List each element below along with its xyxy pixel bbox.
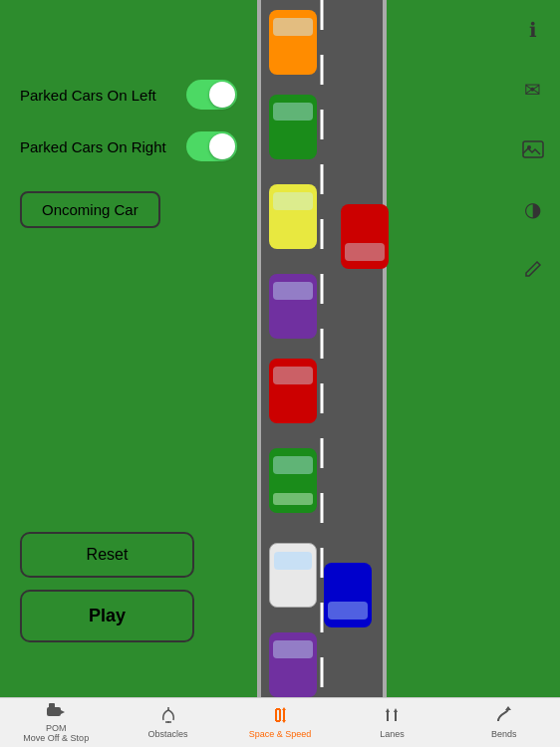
bottom-nav: POMMove Off & Stop Obstacles Sp bbox=[0, 697, 560, 747]
car-red-oncoming bbox=[341, 204, 389, 269]
parked-left-label: Parked Cars On Left bbox=[20, 87, 156, 104]
reset-button[interactable]: Reset bbox=[20, 532, 194, 578]
right-panel: ℹ ✉ ◑ bbox=[505, 0, 560, 697]
car-purple1 bbox=[269, 274, 317, 339]
parked-right-toggle-row: Parked Cars On Right bbox=[20, 131, 237, 161]
nav-obstacles-label: Obstacles bbox=[148, 730, 188, 740]
bends-icon bbox=[494, 705, 514, 728]
road-left-edge bbox=[257, 0, 261, 697]
road-right-edge bbox=[383, 0, 387, 697]
svg-marker-3 bbox=[61, 710, 65, 714]
car-red2 bbox=[269, 359, 317, 423]
pencil-icon[interactable] bbox=[517, 253, 549, 285]
pom-icon bbox=[45, 701, 67, 722]
nav-pom[interactable]: POMMove Off & Stop bbox=[0, 698, 112, 747]
svg-rect-4 bbox=[49, 703, 55, 708]
nav-lanes-label: Lanes bbox=[380, 730, 405, 740]
info-icon[interactable]: ℹ bbox=[517, 14, 549, 46]
car-green1 bbox=[269, 95, 317, 159]
parked-right-toggle[interactable] bbox=[186, 131, 237, 161]
parked-left-toggle-row: Parked Cars On Left bbox=[20, 80, 237, 110]
svg-point-5 bbox=[167, 721, 169, 723]
play-button[interactable]: Play bbox=[20, 590, 194, 642]
car-green2 bbox=[269, 448, 317, 513]
nav-space-speed[interactable]: Space & Speed bbox=[224, 698, 336, 747]
obstacles-icon bbox=[158, 705, 178, 728]
car-purple2 bbox=[269, 632, 317, 697]
nav-space-speed-label: Space & Speed bbox=[249, 730, 312, 740]
car-white bbox=[269, 543, 317, 608]
svg-marker-14 bbox=[386, 708, 390, 712]
oncoming-car-button[interactable]: Oncoming Car bbox=[20, 191, 160, 228]
nav-pom-label: POMMove Off & Stop bbox=[23, 724, 89, 744]
svg-marker-16 bbox=[394, 708, 398, 712]
main-area: Parked Cars On Left Parked Cars On Right… bbox=[0, 0, 560, 697]
nav-bends-label: Bends bbox=[491, 730, 517, 740]
space-speed-icon bbox=[270, 705, 290, 728]
car-orange bbox=[269, 10, 317, 75]
svg-rect-2 bbox=[47, 707, 61, 716]
nav-lanes[interactable]: Lanes bbox=[336, 698, 447, 747]
image-icon[interactable] bbox=[517, 133, 549, 165]
nav-bends[interactable]: Bends bbox=[448, 698, 560, 747]
svg-marker-12 bbox=[282, 720, 286, 723]
circle-half-icon[interactable]: ◑ bbox=[517, 193, 549, 225]
svg-marker-17 bbox=[505, 706, 511, 710]
svg-marker-11 bbox=[282, 707, 286, 710]
lanes-icon bbox=[382, 705, 402, 728]
mail-icon[interactable]: ✉ bbox=[517, 74, 549, 106]
car-blue bbox=[324, 563, 372, 627]
parked-right-label: Parked Cars On Right bbox=[20, 138, 166, 155]
parked-left-toggle[interactable] bbox=[186, 80, 237, 110]
nav-obstacles[interactable]: Obstacles bbox=[112, 698, 223, 747]
left-panel: Parked Cars On Left Parked Cars On Right… bbox=[0, 0, 257, 697]
car-yellow bbox=[269, 184, 317, 249]
